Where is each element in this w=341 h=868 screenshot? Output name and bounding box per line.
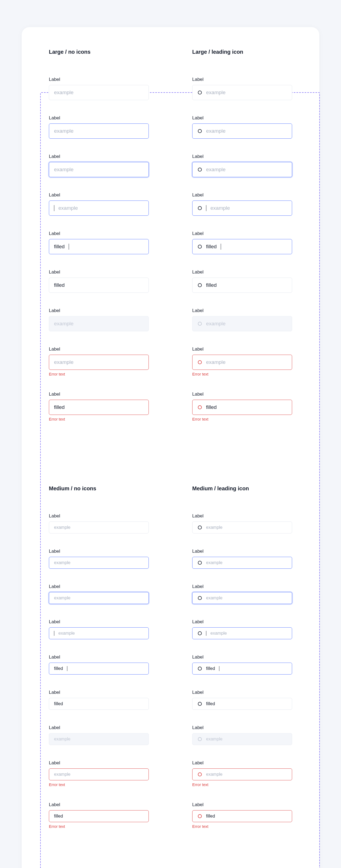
circle-icon: [197, 737, 202, 742]
input-value: filled: [206, 814, 215, 818]
input-value: filled: [54, 244, 65, 250]
text-input[interactable]: example: [49, 354, 149, 370]
text-input[interactable]: filled: [49, 239, 149, 254]
text-input[interactable]: example: [192, 123, 292, 138]
text-input[interactable]: example: [192, 592, 292, 604]
circle-icon: [197, 244, 202, 249]
svg-point-2: [198, 168, 202, 172]
input-placeholder: example: [54, 525, 70, 530]
columns: Medium / no iconsLabelexampleLabelexampl…: [49, 486, 292, 844]
text-input[interactable]: filled: [192, 698, 292, 710]
column: Large / no iconsLabelexampleLabelexample…: [49, 49, 149, 437]
design-spec-card: Large / no iconsLabelexampleLabelexample…: [22, 27, 319, 868]
input-placeholder: example: [206, 525, 222, 530]
text-input[interactable]: example: [49, 557, 149, 569]
svg-point-16: [198, 773, 202, 776]
field-label: Label: [192, 154, 292, 159]
field-error-filled: LabelfilledError text: [49, 392, 149, 422]
error-text: Error text: [192, 372, 292, 376]
text-input[interactable]: example: [192, 768, 292, 780]
svg-point-13: [198, 667, 202, 671]
text-input[interactable]: example: [192, 354, 292, 370]
text-input[interactable]: filled: [49, 698, 149, 710]
field-focus-ring: Labelexample: [192, 584, 292, 604]
text-input[interactable]: example: [49, 85, 149, 100]
field-label: Label: [192, 619, 292, 625]
text-input[interactable]: example: [49, 123, 149, 138]
field-error-empty: LabelexampleError text: [49, 346, 149, 376]
svg-point-7: [198, 361, 202, 364]
text-input[interactable]: filled: [49, 662, 149, 675]
field-error-empty: LabelexampleError text: [192, 760, 292, 787]
circle-icon: [197, 525, 202, 530]
input-placeholder: example: [206, 321, 226, 327]
field-label: Label: [49, 802, 149, 807]
field-hover: Labelexample: [49, 549, 149, 569]
text-input[interactable]: example: [192, 85, 292, 100]
field-label: Label: [49, 619, 149, 625]
input-placeholder: example: [54, 772, 70, 777]
svg-point-11: [198, 596, 202, 600]
text-input[interactable]: filled: [49, 278, 149, 293]
text-input[interactable]: example: [192, 557, 292, 569]
columns: Large / no iconsLabelexampleLabelexample…: [49, 49, 292, 437]
circle-icon: [197, 206, 202, 211]
svg-point-15: [198, 738, 202, 741]
text-input[interactable]: example: [49, 627, 149, 639]
circle-icon: [197, 702, 202, 706]
error-text: Error text: [49, 417, 149, 422]
input-placeholder: example: [210, 205, 230, 211]
input-value: filled: [206, 282, 217, 288]
svg-point-0: [198, 91, 202, 94]
field-label: Label: [49, 725, 149, 731]
field-label: Label: [192, 392, 292, 397]
caret: [54, 205, 54, 211]
text-input[interactable]: example: [49, 768, 149, 780]
input-placeholder: example: [54, 737, 70, 742]
field-typed-focus: Labelfilled: [49, 231, 149, 254]
text-input[interactable]: example: [192, 627, 292, 639]
field-label: Label: [192, 549, 292, 554]
text-input[interactable]: filled: [192, 400, 292, 415]
input-value: filled: [206, 404, 217, 410]
text-input[interactable]: example: [49, 592, 149, 604]
column-heading: Medium / leading icon: [192, 486, 292, 492]
text-input[interactable]: example: [192, 162, 292, 177]
field-error-filled: LabelfilledError text: [192, 392, 292, 422]
text-input[interactable]: example: [49, 522, 149, 533]
input-placeholder: example: [54, 596, 70, 600]
field-label: Label: [49, 115, 149, 121]
svg-point-1: [198, 129, 202, 133]
field-label: Label: [49, 392, 149, 397]
input-value: filled: [206, 702, 215, 706]
field-label: Label: [192, 514, 292, 519]
text-input[interactable]: example: [192, 522, 292, 533]
text-input[interactable]: filled: [192, 810, 292, 822]
svg-point-4: [198, 245, 202, 249]
circle-icon: [197, 167, 202, 172]
svg-point-14: [198, 702, 202, 706]
field-error-empty: LabelexampleError text: [192, 346, 292, 376]
field-filled: Labelfilled: [192, 690, 292, 710]
text-input[interactable]: filled: [192, 239, 292, 254]
text-input[interactable]: filled: [49, 810, 149, 822]
text-input[interactable]: example: [192, 200, 292, 216]
field-focus-typing: Labelexample: [192, 192, 292, 216]
text-input[interactable]: filled: [192, 278, 292, 293]
svg-point-5: [198, 283, 202, 287]
circle-icon: [197, 405, 202, 410]
text-input[interactable]: example: [49, 200, 149, 216]
text-input[interactable]: example: [49, 162, 149, 177]
field-filled: Labelfilled: [192, 270, 292, 293]
error-text: Error text: [49, 372, 149, 376]
text-input[interactable]: filled: [192, 662, 292, 675]
input-value: filled: [206, 244, 217, 250]
field-focus-typing: Labelexample: [49, 192, 149, 216]
text-input[interactable]: filled: [49, 400, 149, 415]
caret: [67, 666, 67, 671]
field-label: Label: [192, 654, 292, 660]
field-filled: Labelfilled: [49, 270, 149, 293]
input-placeholder: example: [54, 90, 74, 95]
circle-icon: [197, 772, 202, 777]
field-label: Label: [49, 514, 149, 519]
